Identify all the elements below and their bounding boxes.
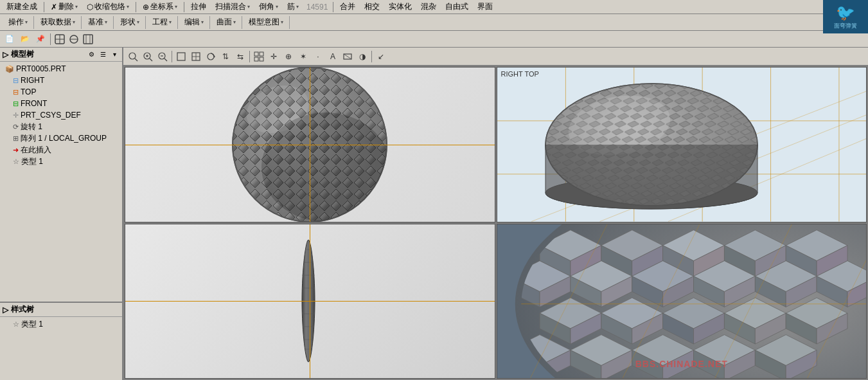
viewport-bottomleft[interactable]: [125, 224, 495, 379]
tree-item-type1[interactable]: ☆ 类型 1: [0, 156, 122, 167]
menu-coord[interactable]: ⊕坐标系▾: [139, 1, 181, 13]
svg-marker-94: [601, 298, 662, 329]
tree-item-right[interactable]: ⊟ RIGHT: [0, 75, 122, 86]
tree-item-insert[interactable]: ➜ 在此插入: [0, 144, 122, 156]
menu-sep-3: [184, 2, 184, 12]
tree-filter-btn[interactable]: ☰: [98, 50, 108, 60]
viewport-bottomright[interactable]: BBS.CHINADE.NET: [497, 224, 867, 379]
view-hide-btn[interactable]: [341, 50, 355, 64]
view-repaint-btn[interactable]: [252, 50, 266, 64]
view-sep2: [249, 51, 250, 62]
view-pan-btn[interactable]: [189, 50, 203, 64]
toolbar-getdata-dropdown[interactable]: 获取数据 ▾: [37, 16, 78, 29]
crosshair-v-bl: [310, 224, 310, 379]
view-axis-btn[interactable]: ⊕: [281, 50, 296, 64]
svg-marker-97: [662, 298, 724, 329]
menu-rib[interactable]: 筋▾: [283, 1, 303, 13]
svg-marker-60: [570, 245, 601, 276]
view-flip-btn[interactable]: ⇅: [218, 50, 233, 64]
viewport-area: ⇅ ⇆ ✛ ⊕ ✶ · A ◑ ↙: [123, 48, 868, 380]
toolbar-modelintent-dropdown[interactable]: 模型意图 ▾: [245, 16, 287, 29]
view-zoom-fit-btn[interactable]: [126, 50, 140, 64]
view-arrow-btn[interactable]: ↙: [374, 50, 388, 64]
svg-line-13: [150, 59, 152, 61]
tb-icon-1[interactable]: [54, 33, 66, 45]
toolbar-surface-dropdown[interactable]: 曲面 ▾: [213, 16, 239, 29]
getdata-chevron-icon: ▾: [73, 19, 75, 25]
svg-marker-109: [570, 334, 632, 365]
svg-line-122: [521, 224, 614, 379]
svg-line-47: [668, 139, 866, 222]
toolbar-eng-dropdown[interactable]: 工程 ▾: [149, 16, 175, 29]
toolbar-section-edit: 编辑 ▾: [179, 16, 210, 29]
svg-marker-110: [570, 350, 601, 379]
tree-type1-label: 类型 1: [21, 156, 43, 167]
svg-point-51: [545, 84, 757, 206]
view-zoom-out-btn[interactable]: [155, 50, 170, 64]
svg-marker-73: [509, 260, 571, 291]
tb-new-btn[interactable]: 📄: [3, 33, 17, 46]
tree-array-label: 阵列 1 / LOCAL_GROUP: [21, 133, 107, 144]
svg-marker-92: [540, 313, 571, 344]
crosshair-v-tl: [310, 68, 310, 222]
view-annot-btn[interactable]: A: [326, 50, 340, 64]
view-point-btn[interactable]: ·: [311, 50, 325, 64]
menu-delete[interactable]: ✗删除▾: [47, 1, 82, 13]
tree-item-front[interactable]: ⊟ FRONT: [0, 98, 122, 109]
svg-marker-89: [817, 276, 847, 307]
disc-iso-svg: [529, 74, 774, 222]
svg-point-50: [545, 177, 757, 209]
tree-item-top[interactable]: ⊟ TOP: [0, 86, 122, 98]
toolbar-ops-dropdown[interactable]: 操作 ▾: [5, 16, 31, 29]
view-rect-btn[interactable]: [174, 50, 188, 64]
datum-chevron-icon: ▾: [105, 19, 107, 25]
svg-marker-68: [724, 245, 755, 276]
app-logo: 🐦 面弯弹簧: [823, 0, 868, 33]
view-csys-btn[interactable]: ✶: [296, 50, 310, 64]
tree-front-label: FRONT: [21, 99, 47, 108]
tree-filename[interactable]: 📦 PRT0005.PRT: [0, 63, 122, 75]
menu-shrink[interactable]: ⬡收缩包络▾: [83, 1, 133, 13]
tb-icon-2[interactable]: [68, 33, 80, 45]
view-zoom-in-btn[interactable]: [141, 50, 155, 64]
toolbar-edit-dropdown[interactable]: 编辑 ▾: [181, 16, 207, 29]
svg-point-48: [545, 84, 757, 206]
menu-intersect[interactable]: 相交: [360, 1, 384, 13]
svg-point-55: [545, 84, 757, 206]
viewport-topright[interactable]: RIGHT TOP: [497, 67, 867, 222]
menu-merge[interactable]: 合并: [336, 1, 359, 13]
tree-item-array[interactable]: ⊞ 阵列 1 / LOCAL_GROUP: [0, 132, 122, 144]
tb-pin-btn[interactable]: 📌: [33, 33, 48, 46]
view-mirror-btn[interactable]: ⇆: [233, 50, 247, 64]
svg-marker-71: [786, 245, 817, 276]
tree-settings-btn[interactable]: ⚙: [86, 50, 96, 60]
tree-item-csys[interactable]: ✛ PRT_CSYS_DEF: [0, 109, 122, 121]
menu-chamfer[interactable]: 倒角▾: [255, 1, 282, 13]
view-shade-btn[interactable]: ◑: [355, 50, 369, 64]
menu-new[interactable]: 新建全成: [3, 1, 41, 13]
svg-marker-66: [693, 245, 724, 276]
style-tree-items: ☆ 类型 1: [0, 317, 122, 331]
svg-marker-104: [786, 313, 817, 344]
style-item-type1[interactable]: ☆ 类型 1: [0, 318, 122, 330]
tree-item-rotate[interactable]: ⟳ 旋转 1: [0, 121, 122, 132]
view-datum-btn[interactable]: ✛: [267, 50, 281, 64]
logo-bird-icon: 🐦: [836, 4, 855, 22]
svg-marker-22: [214, 55, 215, 58]
svg-marker-119: [755, 350, 786, 379]
menu-blend[interactable]: 混杂: [417, 1, 440, 13]
tb-icon-3[interactable]: [82, 33, 94, 45]
menu-freestyle[interactable]: 自由式: [441, 1, 472, 13]
menu-interface[interactable]: 界面: [474, 1, 497, 13]
view-spin-btn[interactable]: [204, 50, 218, 64]
tb-open-btn[interactable]: 📂: [18, 33, 32, 46]
menu-solidify[interactable]: 实体化: [385, 1, 416, 13]
style-type-icon: ☆: [13, 320, 19, 329]
menu-extrude[interactable]: 拉伸: [187, 1, 210, 13]
tree-insert-label: 在此插入: [21, 145, 51, 156]
viewport-topleft[interactable]: /* pattern rows */: [125, 67, 495, 222]
tree-more-btn[interactable]: ▾: [109, 50, 120, 60]
toolbar-datum-dropdown[interactable]: 基准 ▾: [85, 16, 111, 29]
toolbar-shape-dropdown[interactable]: 形状 ▾: [117, 16, 143, 29]
menu-sweep[interactable]: 扫描混合▾: [211, 1, 254, 13]
